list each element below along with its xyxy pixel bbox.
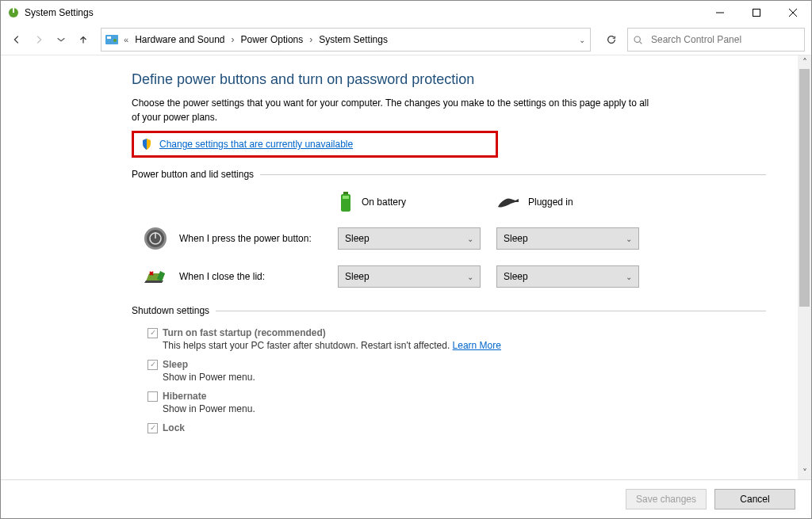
divider (260, 174, 766, 175)
shutdown-item-lock: Lock (147, 422, 766, 433)
power-button-plugged-select[interactable]: Sleep⌄ (496, 227, 639, 250)
column-header-battery: On battery (338, 191, 481, 213)
chevron-right-icon: › (230, 34, 236, 45)
chevron-down-icon: ⌄ (467, 273, 473, 281)
breadcrumb[interactable]: « Hardware and Sound › Power Options › S… (101, 28, 591, 52)
page-title: Define power buttons and turn on passwor… (132, 71, 766, 88)
forward-button[interactable] (29, 30, 48, 49)
chevron-down-icon[interactable]: ⌄ (577, 36, 587, 44)
column-header-plugged: Plugged in (496, 194, 639, 210)
svg-rect-3 (753, 10, 760, 17)
up-button[interactable] (74, 30, 93, 49)
back-button[interactable] (7, 30, 26, 49)
breadcrumb-item[interactable]: Hardware and Sound (133, 34, 226, 45)
svg-rect-11 (343, 192, 348, 194)
titlebar: System Settings (1, 1, 811, 25)
fast-startup-checkbox[interactable] (147, 328, 158, 338)
section-power-lid: Power button and lid settings On battery… (132, 169, 766, 289)
section-label: Shutdown settings (132, 305, 209, 316)
recent-button[interactable] (52, 30, 71, 49)
breadcrumb-overflow-icon[interactable]: « (122, 35, 130, 44)
shutdown-item-fast-startup: Turn on fast startup (recommended) This … (147, 327, 766, 351)
lid-battery-select[interactable]: Sleep⌄ (338, 265, 481, 288)
scroll-thumb[interactable] (799, 69, 810, 307)
shutdown-item-sleep: Sleep Show in Power menu. (147, 359, 766, 383)
chevron-down-icon: ⌄ (467, 235, 473, 243)
svg-rect-13 (343, 196, 349, 199)
window: System Settings « Hardware and Sound › P… (0, 0, 812, 519)
close-button[interactable] (775, 1, 811, 25)
svg-rect-7 (107, 36, 111, 39)
refresh-button[interactable] (599, 29, 624, 51)
section-label: Power button and lid settings (132, 169, 254, 180)
search-icon (633, 35, 643, 45)
navbar: « Hardware and Sound › Power Options › S… (1, 25, 811, 55)
admin-change-link[interactable]: Change settings that are currently unava… (159, 139, 353, 150)
content: Define power buttons and turn on passwor… (1, 55, 798, 479)
lid-icon (143, 264, 168, 289)
chevron-down-icon: ⌄ (626, 235, 632, 243)
lid-plugged-select[interactable]: Sleep⌄ (496, 265, 639, 288)
admin-link-box: Change settings that are currently unava… (132, 131, 498, 158)
shield-icon (140, 138, 153, 151)
shutdown-item-hibernate: Hibernate Show in Power menu. (147, 391, 766, 414)
scroll-up-button[interactable]: ˄ (798, 55, 811, 69)
sleep-checkbox[interactable] (147, 360, 158, 370)
power-button-icon (143, 226, 168, 251)
learn-more-link[interactable]: Learn More (453, 340, 501, 351)
breadcrumb-item[interactable]: System Settings (317, 34, 389, 45)
chevron-down-icon: ⌄ (626, 273, 632, 281)
plug-icon (496, 194, 520, 210)
svg-point-9 (634, 36, 640, 42)
search-box[interactable] (627, 28, 805, 52)
svg-line-10 (640, 41, 642, 43)
control-panel-icon (105, 32, 119, 47)
window-title: System Settings (25, 7, 94, 18)
power-button-battery-select[interactable]: Sleep⌄ (338, 227, 481, 250)
minimize-button[interactable] (702, 1, 738, 25)
search-input[interactable] (649, 33, 799, 46)
battery-icon (338, 191, 354, 213)
lock-checkbox[interactable] (147, 423, 158, 433)
footer: Save changes Cancel (1, 479, 811, 518)
page-subtitle: Choose the power settings that you want … (132, 96, 655, 124)
row-power-button: When I press the power button: (132, 226, 338, 251)
hibernate-checkbox[interactable] (147, 391, 158, 402)
app-icon (7, 6, 20, 19)
cancel-button[interactable]: Cancel (714, 489, 795, 509)
section-shutdown: Shutdown settings Turn on fast startup (… (132, 305, 766, 433)
divider (216, 311, 766, 311)
vertical-scrollbar[interactable]: ˄ ˅ (798, 55, 811, 479)
row-lid: When I close the lid: (132, 264, 338, 289)
svg-rect-1 (13, 8, 14, 13)
maximize-button[interactable] (738, 1, 775, 25)
save-button[interactable]: Save changes (626, 489, 707, 509)
breadcrumb-item[interactable]: Power Options (239, 34, 305, 45)
svg-point-8 (113, 39, 117, 42)
scroll-down-button[interactable]: ˅ (798, 466, 811, 479)
content-area: Define power buttons and turn on passwor… (1, 55, 811, 479)
chevron-right-icon: › (308, 34, 314, 45)
